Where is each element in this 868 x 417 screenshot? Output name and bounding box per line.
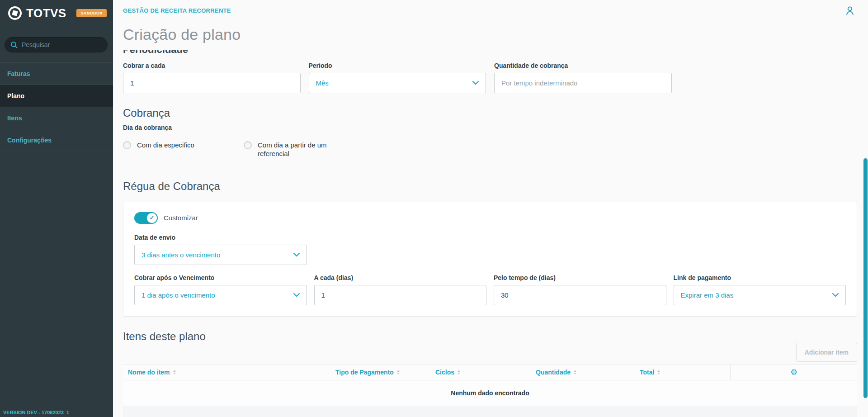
cobranca-heading: Cobrança — [123, 107, 857, 119]
column-ciclos[interactable]: Ciclos — [430, 365, 531, 380]
dia-cobranca-radios: Com dia especifico Com dia a partir de u… — [123, 141, 857, 158]
data-envio-label: Data de envio — [134, 234, 846, 241]
sidebar-item-faturas[interactable]: Faturas — [0, 62, 113, 85]
a-cada-dias-input[interactable] — [314, 285, 487, 305]
totvs-logo-icon — [7, 5, 23, 21]
cobrar-a-cada-label: Cobrar a cada — [123, 62, 301, 69]
periodo-select-value: Mês — [316, 79, 329, 87]
sort-icon — [173, 370, 176, 374]
regua-heading: Régua de Cobrança — [123, 180, 857, 193]
radio-dia-referencial[interactable]: Com dia a partir de um referencial — [244, 141, 330, 158]
sidebar-item-plano[interactable]: Plano — [0, 85, 113, 107]
periodo-select[interactable]: Mês — [309, 73, 486, 93]
chevron-down-icon — [472, 81, 479, 85]
table-empty-state: Nenhum dado encontrado — [123, 380, 857, 406]
table-settings-button[interactable]: ⚙ — [730, 365, 857, 380]
customizar-label: Customizar — [164, 214, 198, 222]
field-a-cada-dias: A cada (dias) — [314, 274, 487, 305]
data-envio-select-value: 3 dias antes o vencimento — [142, 251, 220, 259]
radio-dia-referencial-label: Com dia a partir de um referencial — [258, 141, 330, 158]
sidebar-item-configuracoes[interactable]: Configurações — [0, 129, 113, 151]
regua-fields-row: Cobrar após o Vencimento 1 dia após o ve… — [134, 274, 846, 305]
field-cobrar-a-cada: Cobrar a cada — [123, 62, 301, 93]
sort-icon — [458, 370, 460, 374]
sidebar-nav: Faturas Plano Itens Configurações — [0, 62, 113, 151]
breadcrumb[interactable]: GESTÃO DE RECEITA RECORRENTE — [123, 7, 231, 14]
radio-circle-icon[interactable] — [244, 141, 252, 149]
sidebar-search[interactable] — [5, 37, 108, 52]
column-nome-do-item[interactable]: Nome do item — [123, 365, 330, 380]
cobrar-apos-select[interactable]: 1 dia após o vencimento — [134, 285, 307, 305]
chevron-down-icon — [832, 293, 839, 297]
field-periodo: Periodo Mês — [309, 62, 486, 93]
radio-dia-especifico-label: Com dia especifico — [137, 141, 194, 158]
field-quantidade-cobranca: Quantidade de cobrança — [494, 62, 672, 93]
dia-da-cobranca-label: Dia da cobrança — [123, 124, 857, 131]
itens-table-header: Nome do item Tipo de Pagamento Ciclos Qu… — [123, 365, 857, 380]
cobrar-a-cada-input[interactable] — [123, 73, 301, 93]
search-icon — [10, 41, 18, 48]
sandbox-badge: SANDBOX — [76, 9, 107, 17]
search-input[interactable] — [22, 41, 99, 48]
field-link-pagamento: Link de pagamento Expirar em 3 dias — [674, 274, 846, 305]
page-title: Criação de plano — [123, 26, 857, 43]
sidebar: TOTVS SANDBOX Faturas Plano Itens Config… — [0, 0, 113, 417]
main-content: GESTÃO DE RECEITA RECORRENTE Criação de … — [113, 0, 868, 417]
column-label: Quantidade — [536, 369, 571, 376]
gear-icon: ⚙ — [790, 368, 797, 376]
pelo-tempo-label: Pelo tempo de (dias) — [494, 274, 666, 281]
data-envio-select[interactable]: 3 dias antes o vencimento — [134, 245, 307, 265]
section-periodicidade-clipped: Periodicidade — [123, 50, 857, 56]
customizar-toggle-row: ✓ Customizar — [134, 212, 846, 224]
column-tipo-pagamento[interactable]: Tipo de Pagamento — [330, 365, 430, 380]
regua-card: ✓ Customizar Data de envio 3 dias antes … — [123, 202, 857, 317]
link-pagamento-label: Link de pagamento — [674, 274, 846, 281]
link-pagamento-select-value: Expirar em 3 dias — [681, 291, 734, 299]
empty-state-text: Nenhum dado encontrado — [451, 389, 529, 397]
column-label: Ciclos — [435, 369, 454, 376]
a-cada-dias-label: A cada (dias) — [314, 274, 487, 281]
column-label: Tipo de Pagamento — [335, 369, 394, 376]
quantidade-cobranca-input[interactable] — [494, 73, 672, 93]
field-cobrar-apos: Cobrar após o Vencimento 1 dia após o ve… — [134, 274, 307, 305]
periodicidade-heading: Periodicidade — [123, 50, 857, 56]
cobrar-apos-select-value: 1 dia após o vencimento — [142, 291, 215, 299]
sidebar-item-itens[interactable]: Itens — [0, 107, 113, 129]
chevron-down-icon — [293, 293, 300, 297]
adicionar-item-button[interactable]: Adicionar item — [796, 343, 857, 362]
cobrar-apos-label: Cobrar após o Vencimento — [134, 274, 307, 281]
logo-row: TOTVS SANDBOX — [0, 0, 113, 21]
column-label: Nome do item — [128, 369, 170, 376]
pelo-tempo-input[interactable] — [494, 285, 666, 305]
column-total[interactable]: Total — [635, 365, 730, 380]
itens-heading: Itens deste plano — [123, 330, 857, 343]
radio-circle-icon[interactable] — [123, 141, 131, 149]
field-pelo-tempo: Pelo tempo de (dias) — [494, 274, 666, 305]
table-footer-strip — [123, 406, 857, 417]
radio-dia-especifico[interactable]: Com dia especifico — [123, 141, 244, 158]
sort-icon — [657, 370, 660, 374]
itens-actions: Adicionar item — [123, 343, 857, 362]
itens-table: Nome do item Tipo de Pagamento Ciclos Qu… — [123, 365, 857, 417]
user-icon[interactable] — [844, 5, 855, 16]
vertical-scrollbar[interactable] — [863, 158, 868, 398]
logo-text: TOTVS — [26, 6, 66, 20]
version-label: VERSION DEV - 17082023_1 — [3, 410, 69, 415]
link-pagamento-select[interactable]: Expirar em 3 dias — [674, 285, 846, 305]
column-quantidade[interactable]: Quantidade — [531, 365, 635, 380]
sort-icon — [574, 370, 576, 374]
topbar: GESTÃO DE RECEITA RECORRENTE — [123, 0, 857, 21]
quantidade-cobranca-label: Quantidade de cobrança — [494, 62, 672, 69]
customizar-toggle[interactable]: ✓ — [134, 212, 158, 224]
column-label: Total — [640, 369, 654, 376]
check-icon: ✓ — [147, 213, 157, 223]
chevron-down-icon — [293, 253, 300, 257]
totvs-logo[interactable]: TOTVS — [7, 5, 66, 21]
periodicidade-fields: Cobrar a cada Periodo Mês Quantidade de … — [123, 62, 857, 93]
sort-icon — [397, 370, 400, 374]
periodo-label: Periodo — [309, 62, 486, 69]
